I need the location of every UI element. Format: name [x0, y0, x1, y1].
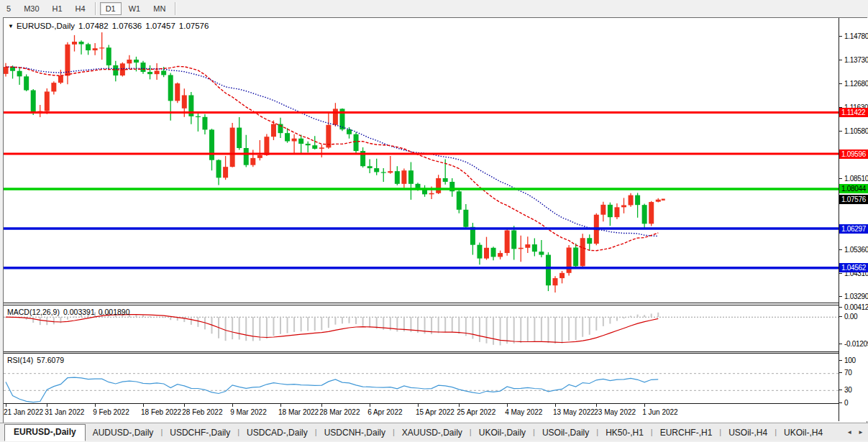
date-tick: [95, 404, 96, 407]
date-tick: [370, 404, 370, 407]
axis-tick-label: 70: [839, 368, 868, 377]
toolbar-item-mn[interactable]: MN: [147, 2, 171, 15]
date-label: 15 Apr 2022: [416, 408, 454, 416]
date-tick: [6, 404, 6, 407]
tab-scroll-left-icon[interactable]: ◄: [846, 429, 852, 436]
trading-platform: 5M30H1H4D1W1MN ▼EURUSD-,Daily1.074821.07…: [0, 0, 868, 442]
date-label: 23 May 2022: [594, 408, 636, 416]
toolbar-item-5[interactable]: 5: [1, 2, 17, 15]
symbol-tab-bar: EURUSD-,DailyAUDUSD-,Daily|USDCHF-,Daily…: [0, 423, 868, 441]
axis-tick-label: 0.00: [839, 312, 868, 321]
rsi-panel[interactable]: RSI(14)57.6079: [4, 353, 839, 404]
date-tick: [459, 404, 460, 407]
axis-tick-label: 1.12680: [839, 79, 868, 88]
toolbar-separator: [175, 2, 176, 15]
date-label: 13 May 2022: [553, 408, 595, 416]
tab-eurusd-daily[interactable]: EURUSD-,Daily: [4, 424, 86, 441]
main-chart-panel[interactable]: ▼EURUSD-,Daily1.074821.076361.074571.075…: [4, 18, 839, 303]
chart-symbol-label: EURUSD-,Daily: [17, 22, 75, 30]
macd-main-value: 0.003391: [63, 308, 95, 316]
tab-audusd-daily[interactable]: AUDUSD-,Daily: [86, 425, 161, 441]
date-label: 4 May 2022: [505, 408, 542, 416]
toolbar-item-d1[interactable]: D1: [100, 2, 122, 15]
axis-tick-label: 1.03290: [839, 292, 868, 301]
date-label: 21 Jan 2022: [4, 408, 43, 416]
date-tick: [555, 404, 556, 407]
price-level-label: 1.11422: [839, 108, 868, 117]
price-level-label: 1.06297: [839, 224, 868, 234]
date-label: 18 Mar 2022: [278, 408, 319, 416]
rsi-label: RSI(14)57.6079: [7, 356, 64, 364]
rsi-chart[interactable]: [4, 354, 839, 403]
rsi-value: 57.6079: [37, 356, 64, 364]
date-tick: [280, 404, 281, 407]
date-tick: [596, 404, 597, 407]
toolbar-item-m30[interactable]: M30: [18, 2, 45, 15]
bar-low-value: 1.07457: [145, 22, 175, 30]
price-axis: 1.147801.137301.126801.116301.105801.085…: [839, 18, 868, 421]
tab-hk50-h1[interactable]: HK50-,H1: [598, 425, 651, 441]
tab-usdcad-daily[interactable]: USDCAD-,Daily: [239, 425, 315, 441]
date-label: 28 Mar 2022: [319, 408, 360, 416]
axis-tick-label: 1.14780: [839, 32, 868, 41]
axis-tick-label: 1.08510: [839, 174, 868, 183]
bar-high-value: 1.07636: [112, 22, 142, 30]
date-label: 6 Apr 2022: [367, 408, 402, 416]
candlestick-chart[interactable]: [4, 18, 839, 303]
price-level-label: 1.07576: [839, 195, 868, 204]
chart-title: ▼EURUSD-,Daily1.074821.076361.074571.075…: [8, 22, 209, 30]
axis-tick-label: -0.01209: [839, 339, 868, 349]
tab-ukoil-daily[interactable]: UKOil-,Daily: [472, 425, 533, 441]
price-level-label: 1.04562: [839, 263, 868, 272]
macd-signal-value: 0.001890: [99, 308, 130, 316]
date-tick: [143, 404, 144, 407]
tab-eurchf-h1[interactable]: EURCHF-,H1: [653, 425, 720, 441]
tab-usoil-daily[interactable]: USOil-,Daily: [535, 425, 596, 441]
toolbar-item-w1[interactable]: W1: [123, 2, 147, 15]
axis-tick-label: 100: [839, 356, 868, 365]
bar-open-value: 1.07482: [78, 22, 109, 30]
date-label: 9 Feb 2022: [93, 408, 129, 416]
axis-tick-label: 0: [839, 398, 868, 408]
date-tick: [47, 404, 47, 407]
tab-usdchf-daily[interactable]: USDCHF-,Daily: [163, 425, 237, 441]
tab-xauusd-daily[interactable]: XAUUSD-,Daily: [395, 425, 470, 441]
date-label: 1 Jun 2022: [642, 408, 678, 416]
toolbar-item-h1[interactable]: H1: [47, 2, 68, 15]
tab-scroll-right-icon[interactable]: ►: [858, 429, 864, 436]
date-tick: [232, 404, 233, 407]
tab-usdcnh-daily[interactable]: USDCNH-,Daily: [317, 425, 393, 441]
macd-label: MACD(12,26,9)0.0033910.001890: [7, 308, 130, 316]
macd-panel[interactable]: MACD(12,26,9)0.0033910.001890: [4, 305, 839, 352]
bar-close-value: 1.07576: [179, 22, 209, 30]
date-axis: 21 Jan 202231 Jan 20229 Feb 202218 Feb 2…: [4, 404, 839, 421]
tab-usoil-h4[interactable]: USOil-,H4: [721, 425, 775, 441]
axis-tick-label: 1.13730: [839, 55, 868, 65]
timeframe-toolbar: 5M30H1H4D1W1MN: [0, 0, 868, 17]
tab-scroll-buttons: ◄►: [846, 429, 864, 436]
axis-tick-label: 1.05360: [839, 245, 868, 254]
toolbar-item-h4[interactable]: H4: [70, 2, 91, 15]
toolbar-separator: [95, 2, 96, 15]
date-label: 18 Feb 2022: [141, 408, 181, 416]
date-label: 31 Jan 2022: [45, 408, 84, 416]
axis-tick-label: 1.10580: [839, 126, 868, 136]
date-tick: [321, 404, 322, 407]
price-level-label: 1.08044: [839, 184, 868, 193]
axis-tick-label: 30: [839, 385, 868, 395]
date-label: 25 Apr 2022: [457, 408, 495, 416]
price-level-label: 1.09596: [839, 149, 868, 159]
axis-tick-label: 0.004128: [839, 303, 868, 312]
tab-ukoil-h4[interactable]: UKOil-,H4: [777, 425, 830, 441]
date-tick: [184, 404, 185, 407]
chart-dropdown-icon: ▼: [8, 23, 14, 29]
date-tick: [507, 404, 508, 407]
date-tick: [418, 404, 419, 407]
date-tick: [644, 404, 645, 407]
date-label: 9 Mar 2022: [230, 408, 267, 416]
date-label: 28 Feb 2022: [182, 408, 222, 416]
